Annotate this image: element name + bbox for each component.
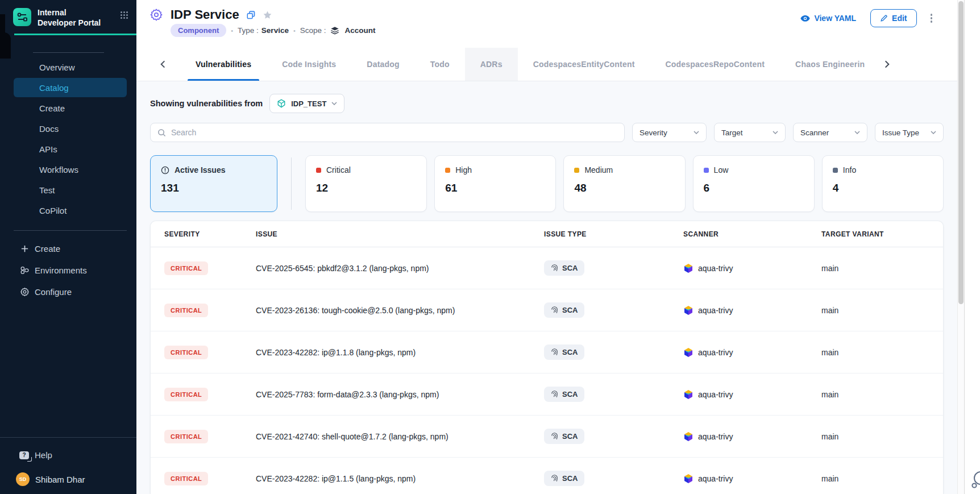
sidebar-actions: Create Environments Configure: [0, 239, 136, 301]
low-dot: [704, 168, 709, 173]
search-input[interactable]: [171, 128, 617, 137]
star-icon[interactable]: [263, 10, 272, 20]
tab-adrs[interactable]: ADRs: [465, 48, 518, 81]
fingerprint-icon: [551, 306, 558, 314]
sidebar-item-test[interactable]: Test: [14, 180, 127, 200]
entity-meta: Component • Type : Service • Scope : Acc…: [171, 24, 376, 37]
sidebar-item-apis[interactable]: APIs: [14, 139, 127, 159]
aqua-trivy-icon: [683, 389, 694, 400]
tab-code-insights[interactable]: Code Insights: [267, 48, 351, 81]
more-options-icon[interactable]: [928, 11, 935, 25]
high-card: High 61: [434, 155, 556, 212]
severity-filter[interactable]: Severity: [632, 123, 707, 142]
tab-vulnerabilities[interactable]: Vulnerabilities: [180, 48, 267, 81]
sidebar-item-create[interactable]: Create: [14, 98, 127, 118]
source-select[interactable]: IDP_TEST: [269, 94, 344, 113]
severity-badge: CRITICAL: [164, 261, 208, 275]
aqua-trivy-icon: [683, 263, 694, 273]
col-target-variant: TARGET VARIANT: [821, 230, 943, 238]
issue-type-pill: SCA: [544, 302, 584, 318]
sidebar-item-docs[interactable]: Docs: [14, 119, 127, 138]
sidebar: Internal Developer Portal Overview Catal…: [0, 0, 136, 494]
issue-cell: CVE-2023-26136: tough-cookie@2.5.0 (lang…: [256, 306, 544, 315]
vertical-scrollbar[interactable]: [957, 0, 965, 494]
main-area: IDP Service Component • Type : Service •…: [136, 0, 957, 494]
aqua-trivy-icon: [683, 474, 694, 484]
aqua-trivy-icon: [683, 431, 694, 442]
low-card: Low 6: [693, 155, 815, 212]
sidebar-action-environments[interactable]: Environments: [0, 260, 136, 280]
card-value: 131: [161, 182, 267, 194]
view-yaml-button[interactable]: View YAML: [800, 14, 856, 23]
kind-badge: Component: [171, 24, 226, 37]
table-row[interactable]: CRITICAL CVE-2025-7783: form-data@2.3.3 …: [151, 373, 943, 416]
card-label: Medium: [584, 165, 613, 175]
card-label: Active Issues: [175, 165, 226, 175]
help-button[interactable]: ? Help: [19, 450, 136, 460]
sidebar-item-catalog[interactable]: Catalog: [14, 78, 127, 97]
summary-cards: Active Issues 131 Critical 12 High 61 Me…: [150, 155, 944, 212]
pencil-icon: [880, 14, 888, 22]
sidebar-nav: Overview Catalog Create Docs APIs Workfl…: [0, 57, 136, 220]
active-issues-card[interactable]: Active Issues 131: [150, 155, 277, 212]
eye-icon: [800, 15, 810, 22]
cards-divider: [291, 157, 292, 210]
issue-type-pill: SCA: [544, 471, 584, 486]
window-notch: [0, 32, 11, 59]
scanner-filter[interactable]: Scanner: [793, 123, 867, 142]
sidebar-divider: [14, 230, 127, 231]
edit-button[interactable]: Edit: [870, 9, 916, 27]
issue-type-pill: SCA: [544, 260, 584, 276]
scanner-cell: aqua-trivy: [683, 389, 821, 400]
issue-type-filter[interactable]: Issue Type: [875, 123, 944, 142]
table-row[interactable]: CRITICAL CVE-2025-6545: pbkdf2@3.1.2 (la…: [151, 247, 943, 289]
sidebar-action-create[interactable]: Create: [0, 239, 136, 258]
sidebar-item-copilot[interactable]: CoPilot: [14, 201, 127, 220]
high-dot: [445, 168, 450, 173]
severity-badge: CRITICAL: [164, 388, 208, 401]
scrollbar-thumb[interactable]: [958, 1, 964, 304]
fingerprint-icon: [551, 348, 558, 356]
scanner-cell: aqua-trivy: [683, 263, 821, 273]
environments-icon: [19, 265, 30, 275]
tab-todo[interactable]: Todo: [415, 48, 465, 81]
copy-icon[interactable]: [247, 11, 255, 19]
table-row[interactable]: CRITICAL CVE-2023-26136: tough-cookie@2.…: [151, 289, 943, 331]
severity-badge: CRITICAL: [164, 304, 208, 317]
card-value: 6: [704, 182, 804, 194]
chevron-down-icon: [331, 102, 337, 105]
col-scanner: SCANNER: [683, 230, 821, 238]
sidebar-item-workflows[interactable]: Workflows: [14, 160, 127, 179]
target-filter[interactable]: Target: [714, 123, 786, 142]
tab-codespaces-entity-content[interactable]: CodespacesEntityContent: [518, 48, 650, 81]
table-row[interactable]: CRITICAL CVE-2023-42282: ip@1.1.5 (lang-…: [151, 458, 943, 494]
tab-chaos-engineering[interactable]: Chaos Engineerin: [780, 48, 880, 81]
severity-badge: CRITICAL: [164, 430, 208, 443]
sidebar-action-configure[interactable]: Configure: [0, 282, 136, 301]
entity-header: IDP Service Component • Type : Service •…: [136, 0, 957, 81]
tabs-scroll-left-icon[interactable]: [158, 58, 168, 70]
app-launcher-icon[interactable]: [120, 11, 128, 22]
plus-icon: [19, 243, 30, 254]
sidebar-divider: [33, 52, 104, 53]
tab-codespaces-repo-content[interactable]: CodespacesRepoContent: [650, 48, 780, 81]
page-title: IDP Service: [171, 7, 239, 22]
sidebar-item-overview[interactable]: Overview: [14, 57, 127, 77]
tab-datadog[interactable]: Datadog: [351, 48, 414, 81]
col-issue-type: ISSUE TYPE: [544, 230, 683, 238]
table-row[interactable]: CRITICAL CVE-2021-42740: shell-quote@1.7…: [151, 416, 943, 458]
sidebar-action-label: Configure: [35, 287, 72, 297]
user-menu[interactable]: SD Shibam Dhar: [16, 472, 136, 486]
support-widget-icon[interactable]: [970, 470, 980, 489]
scanner-cell: aqua-trivy: [683, 305, 821, 316]
component-gear-icon: [150, 8, 163, 22]
tabs-scroll-right-icon[interactable]: [882, 58, 892, 70]
sidebar-footer: ? Help SD Shibam Dhar: [0, 437, 136, 494]
info-dot: [833, 168, 838, 173]
issue-type-pill: SCA: [544, 387, 584, 402]
type-value: Service: [261, 26, 289, 35]
card-value: 12: [316, 182, 416, 194]
card-label: Info: [843, 165, 856, 175]
showing-vulnerabilities-label: Showing vulnerabilities from: [150, 99, 263, 108]
table-row[interactable]: CRITICAL CVE-2023-42282: ip@1.1.8 (lang-…: [151, 331, 943, 373]
